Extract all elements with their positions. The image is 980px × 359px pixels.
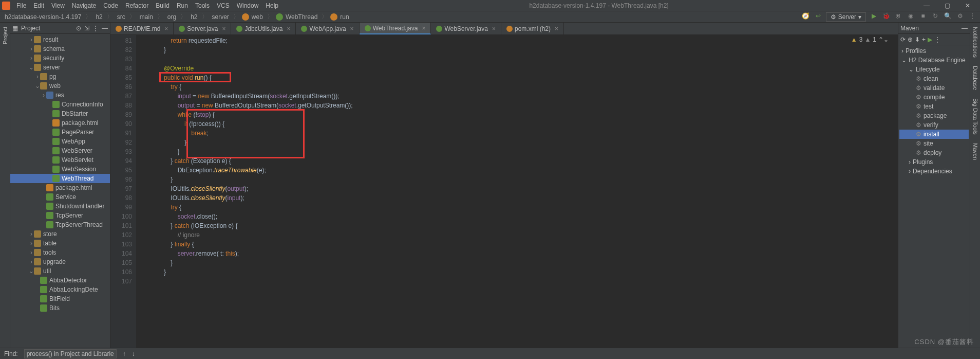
menu-build[interactable]: Build [153,1,173,10]
tree-node-result[interactable]: ›result [10,35,110,44]
editor-tab-jdbcutils-java[interactable]: JdbcUtils.java× [231,23,296,34]
tree-node-service[interactable]: Service [10,192,110,202]
tree-node-util[interactable]: ⌄util [10,266,110,276]
maven-node-lifecycle[interactable]: ⌄Lifecycle [899,65,969,74]
inspection-badge[interactable]: ▲3 ▲1 ⌃⌄ [851,36,889,43]
editor-tab-webapp-java[interactable]: WebApp.java× [296,23,359,34]
more-icon[interactable]: ⋮ [968,12,977,22]
code-line[interactable]: } [143,267,898,277]
code-line[interactable]: return requestedFile; [143,36,898,45]
menu-file[interactable]: File [13,1,29,10]
tree-node-abbadetector[interactable]: AbbaDetector [10,276,110,285]
code-line[interactable]: public void run() { [143,73,898,82]
code-line[interactable]: } [143,147,898,156]
close-icon[interactable]: × [287,25,290,32]
code-line[interactable] [143,277,898,286]
breadcrumb-item[interactable]: web [250,13,265,21]
menu-edit[interactable]: Edit [30,1,47,10]
tree-node-bits[interactable]: Bits [10,303,110,313]
tree-node-tcpserver[interactable]: TcpServer [10,211,110,220]
maven-node-site[interactable]: ⚙site [899,139,969,148]
editor-tab-webserver-java[interactable]: WebServer.java× [431,23,501,34]
code-line[interactable]: try { [143,203,898,212]
code-line[interactable]: server.remove( t: this); [143,249,898,258]
debug-button[interactable]: 🐞 [881,12,891,22]
maven-node-install[interactable]: ⚙install [899,130,969,139]
find-input[interactable] [24,349,117,358]
search-icon[interactable]: 🔍 [943,12,952,22]
maven-node-dependencies[interactable]: ›Dependencies [899,167,969,176]
breadcrumb-item[interactable]: server [211,13,231,21]
compass-icon[interactable]: 🧭 [801,12,811,22]
tree-node-webservlet[interactable]: WebServlet [10,155,110,165]
maven-node-verify[interactable]: ⚙verify [899,120,969,130]
tree-node-server[interactable]: ⌄server [10,63,110,72]
tree-node-tcpserverthread[interactable]: TcpServerThread [10,220,110,229]
tree-node-connectioninfo[interactable]: ConnectionInfo [10,100,110,109]
code-line[interactable]: } finally { [143,240,898,249]
maximize-button[interactable]: ▢ [937,2,957,9]
find-next-icon[interactable]: ↓ [132,350,135,357]
tree-node-shutdownhandler[interactable]: ShutdownHandler [10,202,110,211]
maven-node-plugins[interactable]: ›Plugins [899,157,969,167]
editor-tab-readme-md[interactable]: README.md× [110,23,174,34]
tree-node-store[interactable]: ›store [10,229,110,239]
code-content[interactable]: return requestedFile; } @Override public… [136,35,898,348]
tree-node-res[interactable]: ›res [10,91,110,100]
breadcrumb-item[interactable]: WebThread [284,13,319,21]
breadcrumb-item[interactable]: src [116,13,127,21]
coverage-button[interactable]: ⛨ [894,12,903,22]
more-maven-icon[interactable]: ⋮ [934,36,940,43]
breadcrumb-item[interactable]: org [166,13,178,21]
left-tab-project[interactable]: Project [1,23,9,48]
code-line[interactable]: @Override [143,64,898,73]
project-tree[interactable]: ›result›schema›security⌄server›pg⌄web›re… [10,34,110,348]
code-line[interactable]: } [143,138,898,147]
close-icon[interactable]: × [422,25,425,32]
run-config-selector[interactable]: ⚙ Server ▾ [826,12,866,22]
maven-node-h2-database-engine[interactable]: ⌄H2 Database Engine [899,56,969,65]
tree-node-tools[interactable]: ›tools [10,248,110,257]
right-tab-big-data-tools[interactable]: Big Data Tools [971,94,979,139]
code-line[interactable]: } [143,45,898,55]
code-line[interactable]: } catch (IOException e) { [143,221,898,230]
menu-window[interactable]: Window [234,1,262,10]
profile-button[interactable]: ◉ [906,12,915,22]
expand-icon[interactable]: ⇲ [84,25,89,32]
code-line[interactable]: IOUtils.closeSilently(input); [143,193,898,203]
download-icon[interactable]: ⬇ [915,36,920,43]
tree-node-dbstarter[interactable]: DbStarter [10,109,110,118]
maven-node-test[interactable]: ⚙test [899,102,969,111]
breadcrumb-item[interactable]: h2 [94,13,104,21]
menu-tools[interactable]: Tools [192,1,213,10]
run-button[interactable]: ▶ [869,12,878,22]
menu-refactor[interactable]: Refactor [122,1,152,10]
code-line[interactable]: try { [143,82,898,92]
breadcrumb-item[interactable]: h2 [189,13,199,21]
code-line[interactable]: } [143,175,898,184]
tree-node-abbalockingdete[interactable]: AbbaLockingDete [10,285,110,294]
find-prev-icon[interactable]: ↑ [123,350,126,357]
update-button[interactable]: ↻ [931,12,940,22]
tree-node-package.html[interactable]: package.html [10,183,110,192]
menu-navigate[interactable]: Navigate [69,1,99,10]
right-tab-notifications[interactable]: Notifications [971,23,979,62]
close-icon[interactable]: × [492,25,496,32]
code-line[interactable]: } catch (Exception e) { [143,156,898,166]
minimize-button[interactable]: — [916,2,937,9]
menu-run[interactable]: Run [174,1,191,10]
run-maven-icon[interactable]: ▶ [928,36,932,43]
code-line[interactable]: input = new BufferedInputStream(socket.g… [143,92,898,101]
add-icon[interactable]: + [922,36,926,43]
tree-node-package.html[interactable]: package.html [10,118,110,128]
tree-node-webserver[interactable]: WebServer [10,146,110,155]
maven-node-profiles[interactable]: ›Profiles [899,46,969,56]
maven-hide-icon[interactable]: — [962,25,968,32]
right-tab-maven[interactable]: Maven [971,139,979,164]
code-line[interactable]: // ignore [143,230,898,240]
tree-node-table[interactable]: ›table [10,239,110,248]
stop-button[interactable]: ■ [918,12,928,22]
close-icon[interactable]: × [555,25,558,32]
tree-node-websession[interactable]: WebSession [10,165,110,174]
tree-node-web[interactable]: ⌄web [10,81,110,91]
